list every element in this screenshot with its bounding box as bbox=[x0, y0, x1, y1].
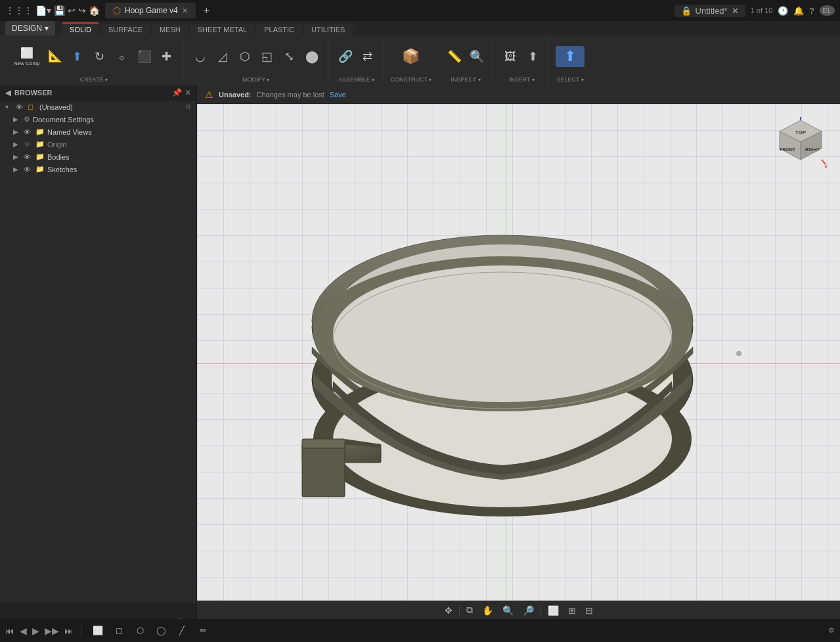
inspect-group-label[interactable]: INSPECT ▾ bbox=[451, 75, 481, 83]
tab-surface[interactable]: SURFACE bbox=[100, 24, 150, 35]
browser-close-icon[interactable]: ✕ bbox=[185, 88, 191, 97]
construct-group-label[interactable]: CONSTRUCT ▾ bbox=[391, 75, 432, 83]
redo-icon[interactable]: ↪ bbox=[78, 5, 86, 16]
sketches-eye-icon[interactable]: 👁 bbox=[24, 166, 33, 173]
tab-mesh[interactable]: MESH bbox=[152, 24, 188, 35]
origin-eye-icon[interactable]: 👁 bbox=[24, 141, 33, 149]
pan-tool-button[interactable]: ✋ bbox=[479, 604, 496, 617]
canvas-button[interactable]: 🖼 bbox=[500, 48, 521, 66]
move-button[interactable]: ✚ bbox=[156, 47, 177, 66]
more-modify-button[interactable]: ⬤ bbox=[301, 47, 322, 66]
new-component-button[interactable]: ⬜ New Comp bbox=[11, 45, 43, 68]
status-polygon-button[interactable]: ◯ bbox=[153, 623, 169, 639]
browser-item-bodies[interactable]: ▶ 👁 📁 Bodies bbox=[0, 150, 196, 163]
sketch-button[interactable]: 📐 bbox=[45, 47, 66, 66]
design-dropdown-button[interactable]: DESIGN ▾ bbox=[5, 21, 55, 35]
orbit-tool-button[interactable]: ✥ bbox=[442, 604, 455, 617]
fit-all-button[interactable]: ⧉ bbox=[464, 603, 475, 617]
viewport-settings-button[interactable]: ⊟ bbox=[583, 604, 596, 617]
doc-settings-arrow[interactable]: ▶ bbox=[13, 116, 21, 123]
grid-button[interactable]: ⊞ bbox=[565, 604, 579, 617]
tab-plastic[interactable]: PLASTIC bbox=[256, 24, 302, 35]
tab-sheet-metal[interactable]: SHEET METAL bbox=[190, 24, 255, 35]
revolve-button[interactable]: ↻ bbox=[89, 47, 110, 66]
joint-button[interactable]: 🔗 bbox=[335, 47, 356, 66]
status-circle-button[interactable]: ⬡ bbox=[132, 623, 148, 639]
browser-item-doc-settings[interactable]: ▶ ⚙ Document Settings bbox=[0, 113, 196, 126]
extrude-button[interactable]: ⬆ bbox=[67, 47, 88, 66]
browser-pin-icon[interactable]: 📌 bbox=[172, 88, 182, 97]
construct-button[interactable]: 📦 bbox=[397, 46, 426, 67]
home-icon[interactable]: 🏠 bbox=[89, 5, 100, 16]
tab-close-button[interactable]: ✕ bbox=[182, 7, 188, 15]
clock-icon[interactable]: 🕐 bbox=[778, 6, 788, 16]
nav-first-button[interactable]: ⏮ bbox=[5, 626, 14, 636]
select-group-label[interactable]: SELECT ▾ bbox=[557, 75, 584, 83]
file-menu-icon[interactable]: 📄▾ bbox=[35, 5, 51, 16]
viewport-canvas[interactable]: TOP FRONT RIGHT X bbox=[197, 104, 840, 603]
root-options-icon[interactable]: ⚙ bbox=[185, 103, 191, 110]
nav-next-button[interactable]: ▶▶ bbox=[45, 626, 59, 636]
nav-prev-button[interactable]: ◀ bbox=[20, 626, 27, 636]
user-icon[interactable]: EL bbox=[820, 5, 835, 16]
chamfer-button[interactable]: ◿ bbox=[212, 47, 233, 66]
svg-rect-12 bbox=[302, 439, 345, 448]
bodies-eye-icon[interactable]: 👁 bbox=[24, 153, 33, 161]
named-views-label: Named Views bbox=[47, 128, 92, 136]
app-icons: ⋮⋮⋮ 📄▾ 💾 ↩ ↪ 🏠 bbox=[5, 5, 100, 16]
tab-utilities[interactable]: UTILITIES bbox=[303, 24, 353, 35]
status-sketch-button[interactable]: ✏ bbox=[195, 623, 211, 639]
browser-collapse-icon[interactable]: ◀ bbox=[5, 89, 11, 97]
active-tab[interactable]: ⬡ Hoop Game v4 ✕ bbox=[105, 3, 196, 18]
grid-menu-icon[interactable]: ⋮⋮⋮ bbox=[5, 5, 33, 16]
insert-group-label[interactable]: INSERT ▾ bbox=[509, 75, 535, 83]
view-cube[interactable]: TOP FRONT RIGHT X bbox=[774, 117, 827, 170]
root-expand-arrow[interactable]: ▾ bbox=[5, 103, 13, 110]
measure-button[interactable]: 📏 bbox=[444, 47, 465, 66]
section-button[interactable]: 🔍 bbox=[466, 47, 487, 66]
save-button[interactable]: Save bbox=[330, 91, 346, 99]
status-select-button[interactable]: ⬜ bbox=[90, 623, 106, 639]
display-mode-button[interactable]: ⬜ bbox=[545, 604, 562, 617]
browser-root-item[interactable]: ▾ 👁 ◻ (Unsaved) ⚙ bbox=[0, 101, 196, 113]
tab-solid[interactable]: SOLID bbox=[62, 22, 99, 35]
close-doc-icon[interactable]: ✕ bbox=[732, 6, 739, 16]
nav-play-button[interactable]: ▶ bbox=[32, 626, 39, 636]
help-icon[interactable]: ? bbox=[809, 6, 814, 16]
assemble-group-label[interactable]: ASSEMBLE ▾ bbox=[338, 75, 374, 83]
select-button[interactable]: ⬆ bbox=[556, 46, 585, 67]
root-eye-icon[interactable]: 👁 bbox=[16, 103, 25, 111]
fillet-button[interactable]: ◡ bbox=[190, 47, 211, 66]
box-button[interactable]: ⬛ bbox=[134, 47, 155, 66]
zoom-fit-button[interactable]: 🔍 bbox=[500, 604, 516, 617]
svg-rect-11 bbox=[302, 444, 345, 497]
notification-icon[interactable]: 🔔 bbox=[793, 6, 804, 16]
create-group-label[interactable]: CREATE ▾ bbox=[80, 75, 108, 83]
modify-group-label[interactable]: MODIFY ▾ bbox=[242, 75, 269, 83]
sketches-label: Sketches bbox=[47, 166, 77, 173]
zoom-window-button[interactable]: 🔎 bbox=[520, 604, 537, 617]
scale-button[interactable]: ⤡ bbox=[279, 47, 300, 66]
untitled-doc[interactable]: 🔒 Untitled* ✕ bbox=[674, 5, 745, 17]
draft-button[interactable]: ◱ bbox=[257, 47, 278, 66]
browser-item-origin[interactable]: ▶ 👁 📁 Origin bbox=[0, 138, 196, 150]
undo-icon[interactable]: ↩ bbox=[68, 5, 76, 16]
status-box-button[interactable]: ◻ bbox=[111, 623, 127, 639]
sketches-arrow[interactable]: ▶ bbox=[13, 166, 21, 173]
browser-item-sketches[interactable]: ▶ 👁 📁 Sketches bbox=[0, 163, 196, 175]
origin-arrow[interactable]: ▶ bbox=[13, 141, 21, 148]
add-tab-button[interactable]: + bbox=[204, 5, 210, 16]
browser-item-named-views[interactable]: ▶ 👁 📁 Named Views bbox=[0, 126, 196, 138]
status-gear-button[interactable]: ⚙ bbox=[828, 626, 835, 635]
motion-button[interactable]: ⇄ bbox=[357, 47, 378, 66]
bodies-arrow[interactable]: ▶ bbox=[13, 153, 21, 160]
named-views-eye-icon[interactable]: 👁 bbox=[24, 128, 33, 136]
named-views-arrow[interactable]: ▶ bbox=[13, 128, 21, 135]
loft-button[interactable]: ⬦ bbox=[112, 48, 133, 66]
viewport[interactable]: TOP FRONT RIGHT X bbox=[197, 104, 840, 603]
nav-last-button[interactable]: ⏭ bbox=[64, 626, 74, 636]
status-line-button[interactable]: ╱ bbox=[174, 623, 190, 639]
insert-button[interactable]: ⬆ bbox=[522, 47, 543, 66]
shell-button[interactable]: ⬡ bbox=[234, 47, 255, 66]
save-icon[interactable]: 💾 bbox=[54, 5, 65, 16]
